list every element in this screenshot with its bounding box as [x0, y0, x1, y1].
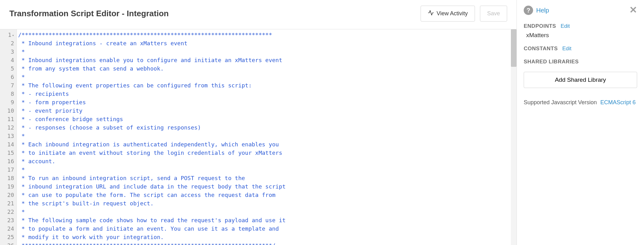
constants-edit-link[interactable]: Edit — [562, 46, 571, 51]
line-number: 23 — [1, 216, 14, 224]
line-number: 8 — [1, 90, 14, 98]
shared-libraries-section-header: SHARED LIBRARIES — [524, 59, 637, 65]
line-number: 15 — [1, 149, 14, 157]
code-line: * - event priority — [18, 106, 517, 115]
save-button[interactable]: Save — [480, 6, 507, 22]
line-number: 2 — [1, 39, 14, 47]
code-line: * to populate a form and initiate an eve… — [18, 224, 517, 233]
app-root: Transformation Script Editor - Integrati… — [0, 0, 644, 245]
main-panel: Transformation Script Editor - Integrati… — [0, 0, 517, 245]
line-number-gutter: 1234567891011121314151617181920212223242… — [0, 29, 17, 245]
code-line: * — [18, 165, 517, 174]
line-number: 5 — [1, 64, 14, 73]
line-number: 13 — [1, 132, 14, 140]
help-link[interactable]: Help — [536, 7, 549, 14]
line-number: 4 — [1, 56, 14, 64]
code-line: * Inbound integrations - create an xMatt… — [18, 39, 517, 47]
line-number: 14 — [1, 140, 14, 149]
save-label: Save — [487, 10, 500, 17]
line-number: 25 — [1, 233, 14, 241]
sidebar: ✕ ? Help ENDPOINTS Edit xMatters CONSTAN… — [517, 0, 644, 245]
view-activity-button[interactable]: View Activity — [421, 6, 475, 22]
js-version-text: Supported Javascript Version — [524, 99, 597, 105]
code-line: * Inbound integrations enable you to con… — [18, 56, 517, 64]
code-line: * — [18, 132, 517, 140]
line-number: 1 — [1, 31, 14, 39]
constants-label: CONSTANTS — [524, 46, 558, 52]
line-number: 16 — [1, 157, 14, 165]
code-line: * — [18, 73, 517, 81]
line-number: 9 — [1, 98, 14, 106]
code-line: * from any system that can send a webhoo… — [18, 64, 517, 73]
line-number: 12 — [1, 123, 14, 132]
code-line: * The following sample code shows how to… — [18, 216, 517, 224]
code-line: * - conference bridge settings — [18, 115, 517, 123]
line-number: 19 — [1, 182, 14, 191]
line-number: 3 — [1, 47, 14, 56]
endpoints-section-header: ENDPOINTS Edit — [524, 23, 637, 29]
code-line: * - form properties — [18, 98, 517, 106]
scrollbar-track[interactable] — [511, 29, 517, 245]
endpoints-edit-link[interactable]: Edit — [561, 23, 570, 29]
code-line: * — [18, 208, 517, 216]
code-line: * — [18, 47, 517, 56]
add-shared-library-button[interactable]: Add Shared Library — [524, 72, 637, 88]
constants-section-header: CONSTANTS Edit — [524, 46, 637, 52]
line-number: 7 — [1, 81, 14, 90]
code-line: * To run an inbound integration script, … — [18, 174, 517, 182]
shared-libraries-label: SHARED LIBRARIES — [524, 59, 579, 65]
line-number: 18 — [1, 174, 14, 182]
code-line: * to initiate an event without storing t… — [18, 149, 517, 157]
line-number: 10 — [1, 106, 14, 115]
code-line: * Each inbound integration is authentica… — [18, 140, 517, 149]
line-number: 26 — [1, 241, 14, 245]
code-line: * account. — [18, 157, 517, 165]
code-line: * - recipients — [18, 90, 517, 98]
view-activity-label: View Activity — [437, 10, 468, 17]
code-content[interactable]: /***************************************… — [17, 29, 517, 245]
code-line: * inbound integration URL and include da… — [18, 182, 517, 191]
line-number: 6 — [1, 73, 14, 81]
line-number: 20 — [1, 191, 14, 199]
line-number: 11 — [1, 115, 14, 123]
code-line: * modify it to work with your integratio… — [18, 233, 517, 241]
page-title: Transformation Script Editor - Integrati… — [9, 9, 169, 18]
code-line: * can use to populate the form. The scri… — [18, 191, 517, 199]
line-number: 24 — [1, 224, 14, 233]
code-line: * - responses (choose a subset of existi… — [18, 123, 517, 132]
header-buttons: View Activity Save — [421, 6, 507, 22]
header: Transformation Script Editor - Integrati… — [0, 0, 517, 29]
help-row: ? Help — [524, 6, 637, 15]
code-editor[interactable]: 1234567891011121314151617181920212223242… — [0, 29, 517, 245]
line-number: 17 — [1, 165, 14, 174]
code-line: ****************************************… — [18, 241, 517, 245]
code-line: * The following event properties can be … — [18, 81, 517, 90]
line-number: 21 — [1, 199, 14, 208]
line-number: 22 — [1, 208, 14, 216]
code-line: * the script's built-in request object. — [18, 199, 517, 208]
js-version-link[interactable]: ECMAScript 6 — [600, 99, 636, 105]
endpoint-value: xMatters — [526, 32, 637, 39]
close-icon[interactable]: ✕ — [629, 4, 637, 15]
help-icon: ? — [524, 6, 533, 15]
activity-icon — [428, 10, 434, 17]
code-line: /***************************************… — [18, 31, 517, 39]
endpoints-label: ENDPOINTS — [524, 23, 556, 29]
scrollbar-thumb[interactable] — [511, 29, 517, 67]
js-version-row: Supported Javascript Version ECMAScript … — [524, 99, 637, 106]
